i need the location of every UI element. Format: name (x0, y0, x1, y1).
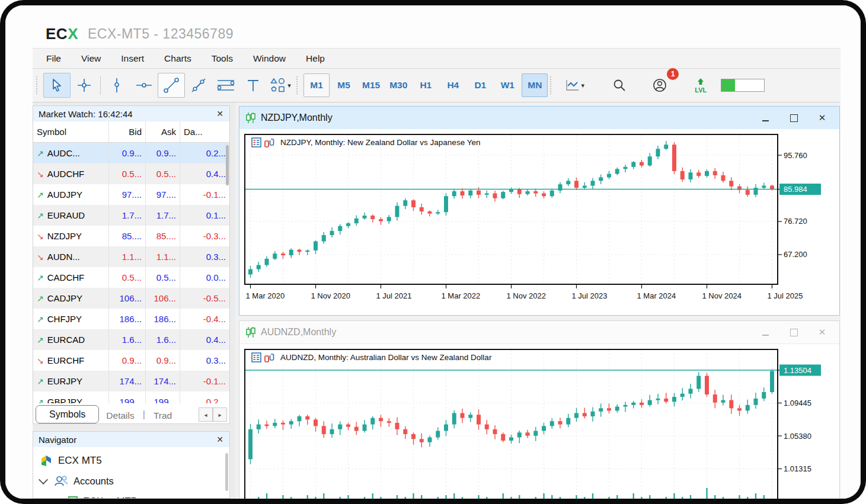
column-header-bid[interactable]: Bid (109, 121, 146, 142)
chg-value: -0.3... (180, 226, 229, 246)
close-button[interactable]: ✕ (816, 326, 829, 338)
menu-item-charts[interactable]: Charts (154, 50, 202, 67)
search-button[interactable] (606, 73, 633, 98)
market-row-audjpy[interactable]: ↗AUDJPY97....97....-0.1... (33, 184, 229, 205)
toolbar-grip[interactable] (296, 76, 301, 94)
maximize-button[interactable] (787, 326, 800, 338)
horizontal-line-tool-button[interactable] (130, 73, 158, 98)
ask-value: 0.5... (146, 163, 180, 184)
menu-item-insert[interactable]: Insert (111, 50, 154, 67)
toolbar-grip[interactable] (36, 76, 40, 94)
maximize-button[interactable] (787, 112, 800, 124)
lvl-button[interactable]: LVL (689, 73, 712, 98)
ask-value: 97.... (146, 184, 180, 205)
bar-chart-icon[interactable] (264, 352, 274, 362)
market-watch-panel: Market Watch: 16:42:44 ✕ SymbolBidAskDa.… (33, 105, 230, 424)
tab-scroll-left[interactable]: ◂ (199, 407, 213, 422)
market-row-audn[interactable]: ↘AUDN...1.1...1.1...0.3... (33, 246, 229, 267)
report-icon[interactable] (251, 137, 261, 147)
market-row-chfjpy[interactable]: ↗CHFJPY186...186...-0.4... (33, 309, 229, 329)
chart-window-titlebar[interactable]: NZDJPY,Monthly ✕ (239, 107, 839, 129)
market-row-nzdjpy[interactable]: ↘NZDJPY85....85....-0.3... (33, 226, 229, 246)
chart-window-nzdjpy: NZDJPY,Monthly ✕ (239, 106, 840, 316)
timeframe-button-h1[interactable]: H1 (413, 73, 439, 97)
menu-item-window[interactable]: Window (243, 50, 296, 67)
market-row-euraud[interactable]: ↗EURAUD1.7...1.7...0.1... (33, 205, 229, 226)
column-header-symbol[interactable]: Symbol (33, 121, 109, 142)
chg-value: -0.5... (180, 288, 229, 309)
community-button[interactable]: 1 (646, 73, 673, 98)
indicators-button[interactable]: ▾ (557, 73, 592, 98)
close-button[interactable]: ✕ (816, 112, 829, 124)
cursor-tool-button[interactable] (43, 73, 71, 98)
fibonacci-icon (216, 78, 235, 93)
column-header-ask[interactable]: Ask (146, 121, 180, 142)
bid-value: 97.... (109, 184, 146, 205)
bar-chart-icon[interactable] (264, 137, 274, 147)
navigator-root-item[interactable]: ECX MT5 (33, 451, 229, 471)
chart-window-titlebar[interactable]: AUDNZD,Monthly ✕ (239, 321, 839, 344)
candlestick-chart-audnzd[interactable]: 1.135041.094451.053801.01315 (244, 349, 835, 499)
svg-text:1 Mar 2022: 1 Mar 2022 (442, 291, 481, 300)
chevron-down-icon[interactable] (39, 475, 48, 484)
navigator-item-account[interactable]: ECX ... MT5 (33, 491, 229, 498)
menu-item-view[interactable]: View (71, 50, 111, 67)
timeframe-button-d1[interactable]: D1 (467, 73, 493, 97)
market-row-audchf[interactable]: ↘AUDCHF0.5...0.5...0.4... (33, 163, 229, 184)
timeframe-button-m5[interactable]: M5 (331, 73, 357, 97)
timeframe-button-m30[interactable]: M30 (385, 73, 411, 97)
trend-up-icon: ↗ (37, 294, 44, 303)
shapes-tool-button[interactable]: ▾ (267, 73, 294, 98)
mt5-logo-icon (39, 454, 53, 468)
svg-text:1.05380: 1.05380 (784, 432, 811, 441)
column-header-da[interactable]: Da... (180, 121, 229, 142)
bid-value: 106... (109, 288, 146, 309)
horizontal-line-icon (135, 81, 153, 90)
channel-tool-button[interactable] (185, 73, 212, 98)
menu-item-tools[interactable]: Tools (202, 50, 243, 67)
device-frame: ECX ECX-MT5 - 123456789 FileViewInsertCh… (0, 0, 866, 504)
market-watch-scrollbar[interactable] (226, 145, 229, 185)
navigator-item-accounts[interactable]: Accounts (33, 471, 229, 491)
candlestick-chart-nzdjpy[interactable]: 95.76085.98476.72067.2001 Mar 20201 Nov … (244, 134, 835, 315)
chart-legend: AUDNZD, Monthly: Australian Dollar vs Ne… (251, 352, 491, 362)
timeframe-button-h4[interactable]: H4 (440, 73, 466, 97)
market-row-cadjpy[interactable]: ↗CADJPY106...106...-0.5... (33, 288, 229, 309)
minimize-button[interactable] (759, 326, 772, 338)
report-icon[interactable] (251, 352, 261, 362)
tab-scroll-right[interactable]: ▸ (213, 407, 227, 422)
menu-item-file[interactable]: File (36, 50, 71, 67)
text-tool-button[interactable] (239, 73, 267, 98)
timeframe-button-w1[interactable]: W1 (494, 73, 520, 97)
navigator-header: Navigator ✕ (33, 432, 229, 447)
close-icon[interactable]: ✕ (215, 435, 225, 444)
line-chart-icon (565, 78, 580, 92)
market-watch-header: Market Watch: 16:42:44 ✕ (33, 106, 229, 121)
timeframe-button-m15[interactable]: M15 (358, 73, 384, 97)
timeframe-button-m1[interactable]: M1 (303, 73, 330, 97)
timeframe-button-mn[interactable]: MN (522, 73, 548, 97)
close-icon[interactable]: ✕ (215, 109, 225, 118)
chg-value: 0.0... (180, 267, 229, 288)
toolbar-grip[interactable] (550, 76, 554, 94)
market-row-eurjpy[interactable]: ↗EURJPY174...174...-0.1... (33, 371, 229, 391)
crosshair-tool-button[interactable] (71, 73, 98, 98)
fibonacci-tool-button[interactable] (212, 73, 239, 98)
trendline-tool-button[interactable] (158, 73, 185, 98)
tab-details[interactable]: Details (99, 408, 141, 423)
navigator-scrollbar[interactable] (225, 453, 228, 491)
navigator-title: Navigator (39, 435, 76, 445)
market-row-eurcad[interactable]: ↗EURCAD1.6...1.6...0.4... (33, 329, 229, 350)
tab-symbols[interactable]: Symbols (36, 405, 99, 423)
tab-trad[interactable]: Trad (146, 408, 179, 423)
market-row-audc[interactable]: ↗AUDC...0.9...0.9...0.2... (33, 143, 229, 163)
market-row-eurchf[interactable]: ↘EURCHF0.9...0.9...0.3... (33, 350, 229, 371)
vertical-line-tool-button[interactable] (103, 73, 130, 98)
toolbar: ▾ M1M5M15M30H1H4D1W1MN ▾ (33, 69, 841, 102)
minimize-button[interactable] (759, 112, 772, 124)
trend-down-icon: ↘ (37, 252, 44, 262)
market-row-cadchf[interactable]: ↗CADCHF0.5...0.5...0.0... (33, 267, 229, 288)
menu-item-help[interactable]: Help (296, 50, 335, 67)
trend-down-icon: ↘ (37, 169, 44, 179)
lvl-icon: LVL (695, 78, 707, 94)
